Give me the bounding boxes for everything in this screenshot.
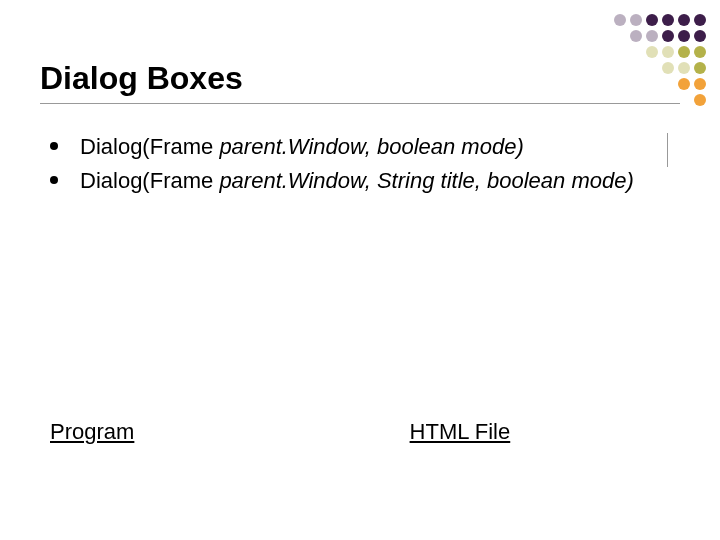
program-link[interactable]: Program (50, 419, 134, 444)
bullet-text-prefix: Dialog(Frame (80, 134, 219, 159)
slide: Dialog Boxes Dialog(Frame parent.Window,… (0, 0, 720, 540)
footer-links: Program HTML File (50, 419, 670, 445)
bullet-text-italic: parent.Window, String title, boolean mod… (219, 168, 633, 193)
bullet-text-prefix: Dialog(Frame (80, 168, 219, 193)
slide-title: Dialog Boxes (40, 60, 680, 104)
html-file-link[interactable]: HTML File (410, 419, 511, 444)
bullet-text-italic: parent.Window, boolean mode) (219, 134, 523, 159)
bullet-item: Dialog(Frame parent.Window, String title… (50, 166, 680, 196)
bullet-item: Dialog(Frame parent.Window, boolean mode… (50, 132, 680, 162)
bullet-list: Dialog(Frame parent.Window, boolean mode… (40, 132, 680, 195)
bullet-icon (50, 176, 58, 184)
corner-dot-decoration (614, 14, 706, 106)
bullet-icon (50, 142, 58, 150)
